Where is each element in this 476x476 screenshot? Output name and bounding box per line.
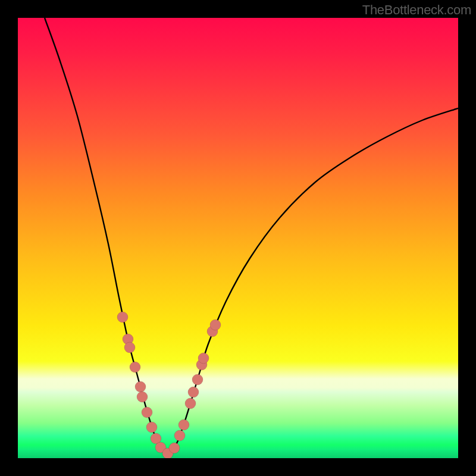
data-point [198, 353, 209, 364]
left-curve [45, 18, 168, 455]
data-point [142, 407, 152, 418]
data-point [137, 392, 148, 402]
data-point [146, 422, 157, 433]
data-point [188, 387, 199, 397]
data-point [135, 381, 146, 392]
data-point [185, 398, 196, 409]
data-point [174, 430, 185, 441]
watermark-text: TheBottleneck.com [362, 2, 471, 18]
data-point [117, 312, 128, 322]
outer-frame: TheBottleneck.com [0, 0, 476, 476]
scatter-dots [117, 312, 221, 458]
data-point [124, 342, 135, 353]
right-curve [168, 108, 458, 455]
data-point [210, 320, 221, 330]
data-point [169, 443, 180, 453]
plot-area [18, 18, 458, 458]
data-point [192, 374, 203, 385]
data-point [178, 419, 189, 430]
chart-svg [18, 18, 458, 458]
data-point [130, 362, 140, 372]
